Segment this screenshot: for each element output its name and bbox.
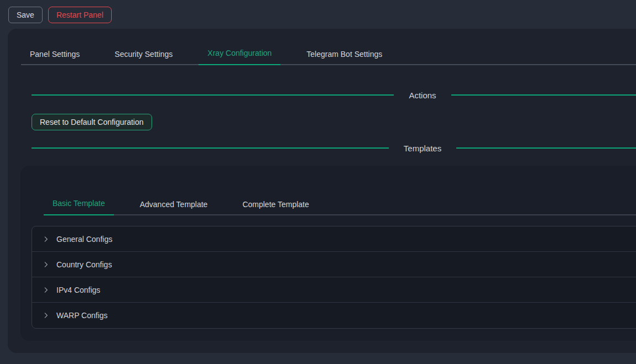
config-accordion: General Configs Country Configs xyxy=(32,226,636,329)
accordion-section-country-configs[interactable]: Country Configs xyxy=(32,252,636,277)
chevron-right-icon xyxy=(42,261,50,268)
templates-card: Basic Template Advanced Template Complet… xyxy=(20,166,636,341)
tab-security-settings[interactable]: Security Settings xyxy=(106,44,181,65)
settings-card: Panel Settings Security Settings Xray Co… xyxy=(8,29,636,353)
tab-complete-template[interactable]: Complete Template xyxy=(233,194,317,215)
settings-tabbar: Panel Settings Security Settings Xray Co… xyxy=(21,43,636,65)
chevron-right-icon xyxy=(42,286,50,294)
chevron-right-icon xyxy=(42,235,50,243)
restart-panel-button[interactable]: Restart Panel xyxy=(48,7,112,23)
templates-divider-label: Templates xyxy=(389,144,456,153)
actions-divider: Actions xyxy=(32,89,636,101)
tab-basic-template[interactable]: Basic Template xyxy=(44,193,114,215)
tab-xray-configuration[interactable]: Xray Configuration xyxy=(199,43,280,65)
accordion-section-label: Country Configs xyxy=(56,260,112,269)
divider-line-right xyxy=(451,94,636,96)
accordion-section-ipv4-configs[interactable]: IPv4 Configs xyxy=(32,277,636,303)
accordion-section-label: IPv4 Configs xyxy=(56,286,100,294)
templates-divider: Templates xyxy=(32,142,636,154)
chevron-right-icon xyxy=(42,312,50,319)
tab-telegram-bot-settings[interactable]: Telegram Bot Settings xyxy=(298,44,391,65)
accordion-section-warp-configs[interactable]: WARP Configs xyxy=(32,303,636,328)
page-background: Save Restart Panel Panel Settings Securi… xyxy=(0,0,636,364)
templates-tabbar: Basic Template Advanced Template Complet… xyxy=(44,193,636,215)
top-toolbar: Save Restart Panel xyxy=(0,0,636,29)
divider-line-left xyxy=(32,147,389,149)
reset-default-config-button[interactable]: Reset to Default Configuration xyxy=(32,114,152,130)
accordion-section-label: WARP Configs xyxy=(56,311,108,320)
tab-advanced-template[interactable]: Advanced Template xyxy=(131,194,217,215)
actions-divider-label: Actions xyxy=(394,91,451,100)
divider-line-left xyxy=(32,94,394,96)
divider-line-right xyxy=(456,147,636,149)
save-button[interactable]: Save xyxy=(8,7,43,23)
accordion-section-label: General Configs xyxy=(56,235,112,244)
tab-panel-settings[interactable]: Panel Settings xyxy=(21,44,88,65)
accordion-section-general-configs[interactable]: General Configs xyxy=(32,226,636,252)
